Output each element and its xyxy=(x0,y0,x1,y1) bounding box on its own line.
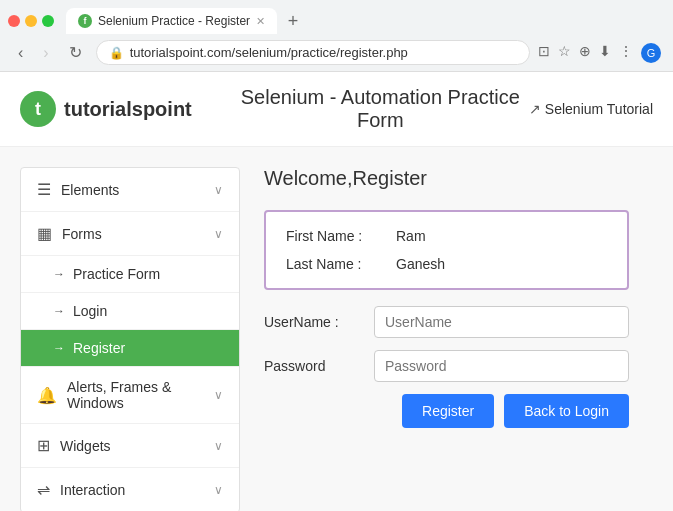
last-name-row: Last Name : Ganesh xyxy=(286,256,607,272)
download-icon[interactable]: ⬇ xyxy=(599,43,611,63)
site-header: t tutorialspoint Selenium - Automation P… xyxy=(0,72,673,147)
button-row: Register Back to Login xyxy=(264,394,629,428)
register-button[interactable]: Register xyxy=(402,394,494,428)
back-nav-button[interactable]: ‹ xyxy=(12,42,29,64)
browser-chrome: f Selenium Practice - Register ✕ + ‹ › ↻… xyxy=(0,0,673,72)
password-label: Password xyxy=(264,358,374,374)
last-name-value: Ganesh xyxy=(396,256,445,272)
new-tab-button[interactable]: + xyxy=(281,9,305,33)
username-row: UserName : xyxy=(264,306,629,338)
forms-chevron-icon: ∨ xyxy=(214,227,223,241)
arrow-icon: → xyxy=(53,304,65,318)
first-name-label: First Name : xyxy=(286,228,396,244)
forms-label: Forms xyxy=(62,226,214,242)
tab-favicon: f xyxy=(78,14,92,28)
interaction-label: Interaction xyxy=(60,482,214,498)
minimize-button[interactable] xyxy=(25,15,37,27)
alerts-chevron-icon: ∨ xyxy=(214,388,223,402)
menu-icon[interactable]: ⋮ xyxy=(619,43,633,63)
sidebar-item-widgets[interactable]: ⊞ Widgets ∨ xyxy=(21,424,239,468)
sidebar-sub-menu: → Practice Form → Login → Register xyxy=(21,256,239,367)
traffic-lights xyxy=(8,15,54,27)
sidebar-sub-login[interactable]: → Login xyxy=(21,293,239,330)
external-link-icon: ↗ xyxy=(529,101,541,117)
logo-icon: t xyxy=(20,91,56,127)
selenium-link-label: Selenium Tutorial xyxy=(545,101,653,117)
interaction-chevron-icon: ∨ xyxy=(214,483,223,497)
address-bar: ‹ › ↻ 🔒 tutorialspoint.com/selenium/prac… xyxy=(0,34,673,71)
site-title: Selenium - Automation Practice Form xyxy=(232,86,529,132)
login-label: Login xyxy=(73,303,107,319)
content-area: Welcome,Register First Name : Ram Last N… xyxy=(240,167,653,511)
elements-icon: ☰ xyxy=(37,180,51,199)
register-label: Register xyxy=(73,340,125,356)
back-to-login-button[interactable]: Back to Login xyxy=(504,394,629,428)
sidebar-sub-register[interactable]: → Register xyxy=(21,330,239,367)
page-content: t tutorialspoint Selenium - Automation P… xyxy=(0,72,673,511)
close-button[interactable] xyxy=(8,15,20,27)
url-text: tutorialspoint.com/selenium/practice/reg… xyxy=(130,45,517,60)
first-name-row: First Name : Ram xyxy=(286,228,607,244)
sidebar-item-alerts[interactable]: 🔔 Alerts, Frames & Windows ∨ xyxy=(21,367,239,424)
lock-icon: 🔒 xyxy=(109,46,124,60)
last-name-label: Last Name : xyxy=(286,256,396,272)
form-card: First Name : Ram Last Name : Ganesh xyxy=(264,210,629,290)
star-icon[interactable]: ☆ xyxy=(558,43,571,63)
logo: t tutorialspoint xyxy=(20,91,192,127)
widgets-icon: ⊞ xyxy=(37,436,50,455)
arrow-icon: → xyxy=(53,267,65,281)
practice-form-label: Practice Form xyxy=(73,266,160,282)
elements-chevron-icon: ∨ xyxy=(214,183,223,197)
selenium-tutorial-link[interactable]: ↗ Selenium Tutorial xyxy=(529,101,653,117)
extension-icon[interactable]: ⊕ xyxy=(579,43,591,63)
logo-text: tutorialspoint xyxy=(64,98,192,121)
interaction-icon: ⇌ xyxy=(37,480,50,499)
active-tab[interactable]: f Selenium Practice - Register ✕ xyxy=(66,8,277,34)
widgets-chevron-icon: ∨ xyxy=(214,439,223,453)
sidebar-sub-practice-form[interactable]: → Practice Form xyxy=(21,256,239,293)
profile-icon[interactable]: G xyxy=(641,43,661,63)
password-input[interactable] xyxy=(374,350,629,382)
main-layout: ☰ Elements ∨ ▦ Forms ∨ → Practice Form →… xyxy=(0,147,673,511)
page-title: Welcome,Register xyxy=(264,167,629,190)
elements-label: Elements xyxy=(61,182,214,198)
arrow-icon: → xyxy=(53,341,65,355)
address-icons: ⊡ ☆ ⊕ ⬇ ⋮ G xyxy=(538,43,661,63)
password-row: Password xyxy=(264,350,629,382)
alerts-label: Alerts, Frames & Windows xyxy=(67,379,214,411)
sidebar-item-elements[interactable]: ☰ Elements ∨ xyxy=(21,168,239,212)
forward-nav-button[interactable]: › xyxy=(37,42,54,64)
tab-label: Selenium Practice - Register xyxy=(98,14,250,28)
tab-close-icon[interactable]: ✕ xyxy=(256,15,265,28)
username-input[interactable] xyxy=(374,306,629,338)
widgets-label: Widgets xyxy=(60,438,214,454)
maximize-button[interactable] xyxy=(42,15,54,27)
screenshot-icon: ⊡ xyxy=(538,43,550,63)
sidebar-item-forms[interactable]: ▦ Forms ∨ xyxy=(21,212,239,256)
first-name-value: Ram xyxy=(396,228,426,244)
alerts-icon: 🔔 xyxy=(37,386,57,405)
url-bar[interactable]: 🔒 tutorialspoint.com/selenium/practice/r… xyxy=(96,40,530,65)
sidebar-item-interaction[interactable]: ⇌ Interaction ∨ xyxy=(21,468,239,511)
reload-button[interactable]: ↻ xyxy=(63,41,88,64)
sidebar: ☰ Elements ∨ ▦ Forms ∨ → Practice Form →… xyxy=(20,167,240,511)
username-label: UserName : xyxy=(264,314,374,330)
tab-bar: f Selenium Practice - Register ✕ + xyxy=(0,0,673,34)
forms-icon: ▦ xyxy=(37,224,52,243)
